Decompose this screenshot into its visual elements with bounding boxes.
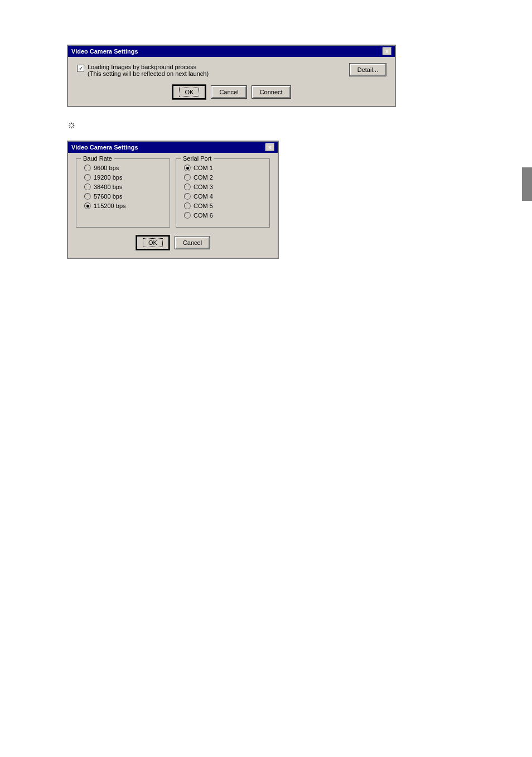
baud-38400-radio[interactable] bbox=[84, 184, 91, 190]
com3-row: COM 3 bbox=[184, 184, 262, 190]
baud-9600-radio[interactable] bbox=[84, 165, 91, 171]
sidebar-bar bbox=[522, 167, 532, 201]
checkbox-area: ✓ Loading Images by background process (… bbox=[77, 64, 209, 77]
serial-port-group: Serial Port COM 1 COM 2 COM 3 COM 4 bbox=[176, 158, 270, 228]
com5-row: COM 5 bbox=[184, 202, 262, 209]
com4-label: COM 4 bbox=[194, 193, 213, 200]
com5-label: COM 5 bbox=[194, 202, 213, 209]
com3-label: COM 3 bbox=[194, 184, 213, 190]
com5-radio[interactable] bbox=[184, 202, 191, 209]
dialog1-close-button[interactable]: × bbox=[383, 47, 391, 55]
dialog2-body: Baud Rate 9600 bps 19200 bps 38400 bps 5… bbox=[68, 153, 278, 258]
baud-9600-label: 9600 bps bbox=[94, 165, 119, 171]
dialog1-title: Video Camera Settings bbox=[71, 48, 138, 55]
dialog1-body: ✓ Loading Images by background process (… bbox=[68, 57, 395, 106]
baud-115200-label: 115200 bps bbox=[94, 202, 126, 209]
video-camera-settings-dialog-2: Video Camera Settings × Baud Rate 9600 b… bbox=[67, 141, 279, 259]
baud-57600-row: 57600 bps bbox=[84, 193, 162, 200]
ok-button-1[interactable]: OK bbox=[172, 85, 206, 99]
baud-115200-row: 115200 bps bbox=[84, 202, 162, 209]
lightbulb-icon: ☼ bbox=[67, 119, 76, 129]
com6-row: COM 6 bbox=[184, 212, 262, 219]
baud-38400-label: 38400 bps bbox=[94, 184, 122, 190]
baud-115200-radio[interactable] bbox=[84, 202, 91, 209]
background-process-checkbox[interactable]: ✓ bbox=[77, 65, 84, 72]
com6-label: COM 6 bbox=[194, 212, 213, 219]
detail-button[interactable]: Detail... bbox=[350, 64, 386, 76]
cancel-button-1[interactable]: Cancel bbox=[211, 86, 246, 98]
baud-rate-group: Baud Rate 9600 bps 19200 bps 38400 bps 5… bbox=[76, 158, 170, 228]
baud-38400-row: 38400 bps bbox=[84, 184, 162, 190]
com4-radio[interactable] bbox=[184, 193, 191, 200]
baud-19200-radio[interactable] bbox=[84, 174, 91, 181]
com2-label: COM 2 bbox=[194, 174, 213, 181]
baud-19200-row: 19200 bps bbox=[84, 174, 162, 181]
dialog2-title: Video Camera Settings bbox=[71, 144, 138, 151]
dialog2-button-row: OK Cancel bbox=[76, 235, 270, 250]
com4-row: COM 4 bbox=[184, 193, 262, 200]
dialog1-button-row: OK Cancel Connect bbox=[77, 85, 386, 99]
com1-radio[interactable] bbox=[184, 165, 191, 171]
com2-row: COM 2 bbox=[184, 174, 262, 181]
ok-button-2[interactable]: OK bbox=[136, 235, 170, 250]
com3-radio[interactable] bbox=[184, 184, 191, 190]
video-camera-settings-dialog-1: Video Camera Settings × ✓ Loading Images… bbox=[67, 45, 396, 107]
com2-radio[interactable] bbox=[184, 174, 191, 181]
dialog2-titlebar: Video Camera Settings × bbox=[68, 142, 278, 153]
baud-57600-radio[interactable] bbox=[84, 193, 91, 200]
com6-radio[interactable] bbox=[184, 212, 191, 219]
dialog2-close-button[interactable]: × bbox=[265, 143, 274, 151]
serial-port-label: Serial Port bbox=[181, 155, 214, 162]
baud-19200-label: 19200 bps bbox=[94, 174, 122, 181]
com1-label: COM 1 bbox=[194, 165, 213, 171]
dialog1-content-row: ✓ Loading Images by background process (… bbox=[77, 64, 386, 77]
baud-9600-row: 9600 bps bbox=[84, 165, 162, 171]
connect-button[interactable]: Connect bbox=[252, 86, 291, 98]
dialog1-titlebar: Video Camera Settings × bbox=[68, 46, 395, 57]
cancel-button-2[interactable]: Cancel bbox=[175, 237, 210, 249]
groups-row: Baud Rate 9600 bps 19200 bps 38400 bps 5… bbox=[76, 158, 270, 228]
com1-row: COM 1 bbox=[184, 165, 262, 171]
baud-57600-label: 57600 bps bbox=[94, 193, 122, 200]
tip-area: ☼ bbox=[67, 118, 521, 129]
baud-rate-label: Baud Rate bbox=[81, 155, 114, 162]
checkbox-text: Loading Images by background process (Th… bbox=[88, 64, 209, 77]
